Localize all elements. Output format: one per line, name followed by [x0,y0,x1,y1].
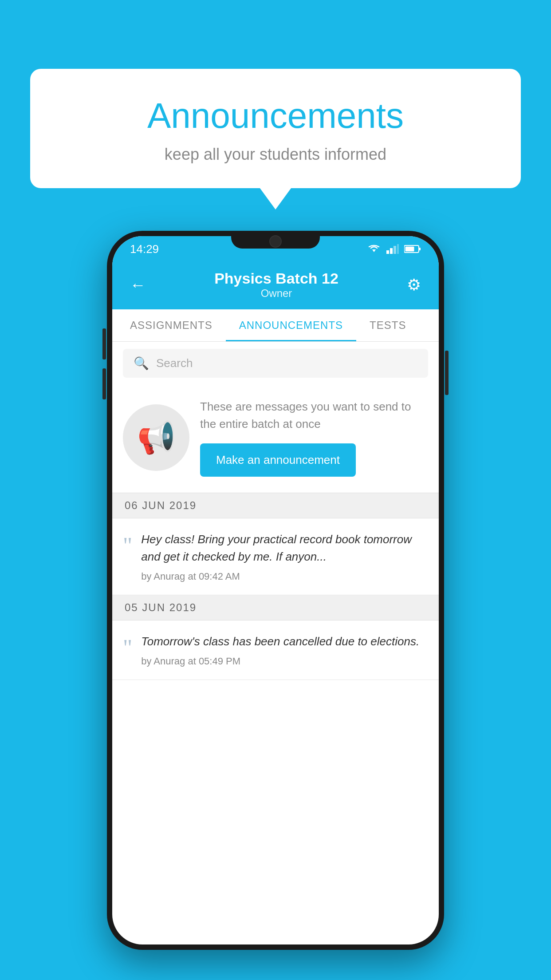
header-title-area: Physics Batch 12 Owner [214,270,338,300]
volume-down-button[interactable] [102,368,106,399]
speech-bubble-title: Announcements [66,95,485,136]
speech-bubble-container: Announcements keep all your students inf… [30,69,521,188]
make-announcement-button[interactable]: Make an announcement [200,443,356,477]
announcement-content-2: Tomorrow's class has been cancelled due … [141,633,428,667]
status-icons [367,244,421,254]
quote-icon-1: " [123,534,132,557]
phone-screen: 14:29 [112,236,439,944]
quote-icon-2: " [123,636,132,660]
svg-rect-6 [419,248,421,250]
search-icon: 🔍 [134,356,149,371]
promo-icon-circle: 📢 [123,404,189,471]
svg-rect-2 [390,248,393,254]
speech-bubble-subtitle: keep all your students informed [66,145,485,164]
tab-assignments[interactable]: ASSIGNMENTS [117,309,226,341]
search-container: 🔍 Search [112,342,439,385]
announcement-item-1[interactable]: " Hey class! Bring your practical record… [112,518,439,595]
speech-bubble: Announcements keep all your students inf… [30,69,521,188]
status-time: 14:29 [130,242,159,256]
settings-icon[interactable]: ⚙ [407,276,421,294]
svg-rect-3 [394,246,396,254]
announcement-author-1: by Anurag at 09:42 AM [141,571,428,582]
tabs-container: ASSIGNMENTS ANNOUNCEMENTS TESTS [112,309,439,342]
svg-rect-1 [386,250,389,254]
batch-name: Physics Batch 12 [214,270,338,287]
announcement-item-2[interactable]: " Tomorrow's class has been cancelled du… [112,620,439,680]
svg-marker-0 [372,249,376,252]
svg-rect-4 [397,244,399,254]
search-bar[interactable]: 🔍 Search [123,349,428,378]
announcement-text-2: Tomorrow's class has been cancelled due … [141,633,428,650]
app-header: ← Physics Batch 12 Owner ⚙ [112,262,439,309]
search-placeholder: Search [156,356,193,370]
promo-section: 📢 These are messages you want to send to… [112,385,439,493]
phone-outer: 14:29 [107,231,444,950]
front-camera [269,235,282,248]
signal-icon [386,244,399,254]
back-button[interactable]: ← [130,276,146,294]
tab-announcements[interactable]: ANNOUNCEMENTS [226,309,356,341]
megaphone-icon: 📢 [137,419,176,456]
announcement-author-2: by Anurag at 05:49 PM [141,656,428,667]
role-label: Owner [214,287,338,300]
promo-description: These are messages you want to send to t… [200,398,428,433]
promo-text-area: These are messages you want to send to t… [200,398,428,477]
phone-mockup: 14:29 [107,231,444,950]
date-separator-2: 05 JUN 2019 [112,595,439,620]
announcement-content-1: Hey class! Bring your practical record b… [141,531,428,582]
tab-tests[interactable]: TESTS [356,309,419,341]
power-button[interactable] [445,351,449,395]
battery-icon [404,245,421,253]
volume-up-button[interactable] [102,328,106,360]
wifi-icon [367,244,381,254]
phone-notch [231,231,320,249]
announcement-text-1: Hey class! Bring your practical record b… [141,531,428,565]
date-separator-1: 06 JUN 2019 [112,493,439,518]
svg-rect-7 [405,247,414,252]
